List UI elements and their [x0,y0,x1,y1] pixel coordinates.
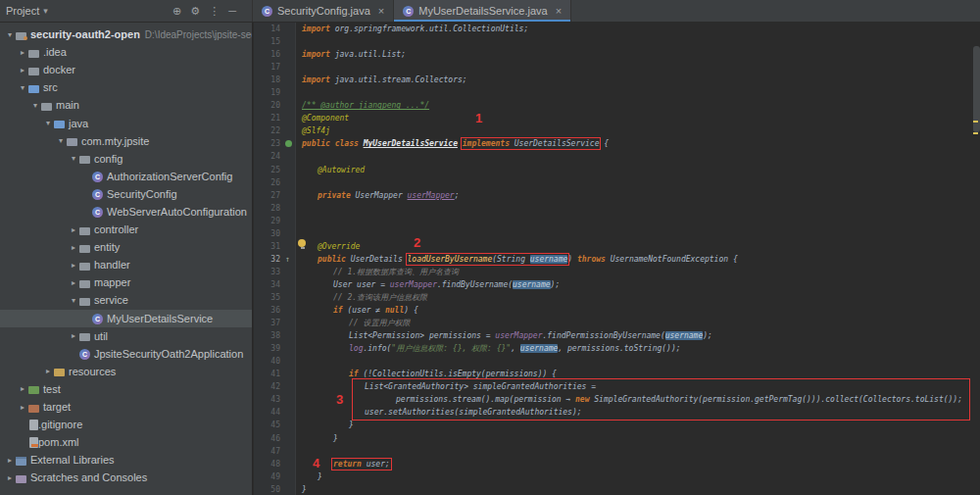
expand-arrow-icon[interactable]: ▸ [4,456,16,465]
gutter-line-number[interactable]: 21 [254,112,283,124]
gutter-line-number[interactable]: 22 [254,124,283,137]
gutter-line-number[interactable]: 40 [254,355,283,368]
gutter-line-number[interactable]: 31 [254,240,283,253]
override-marker-icon[interactable]: ↑ [283,253,296,266]
gutter-line-number[interactable]: 41 [254,368,283,380]
close-tab-icon[interactable]: × [556,5,562,17]
expand-arrow-icon[interactable]: ▸ [17,48,28,57]
code-line[interactable]: 22@Slf4j [254,124,980,137]
code-line[interactable]: 18import java.util.stream.Collectors; [254,74,980,86]
tab-myuserdetailsservice-java[interactable]: CMyUserDetailsService.java× [394,0,571,22]
code-line[interactable]: 48return user; [254,458,980,470]
gutter-line-number[interactable]: 27 [254,189,283,202]
chevron-down-icon[interactable]: ▾ [43,6,48,16]
expand-arrow-icon[interactable]: ▸ [17,384,28,393]
gutter-line-number[interactable]: 46 [254,432,283,445]
code-line[interactable]: 43permissions.stream().map(permission → … [254,393,980,406]
code-line[interactable]: 23public class MyUserDetailsService impl… [254,137,980,150]
expand-arrow-icon[interactable]: ▸ [42,367,54,375]
gutter-line-number[interactable]: 19 [254,86,283,99]
gutter-line-number[interactable]: 16 [254,48,283,61]
tree-item-docker[interactable]: ▸docker [0,61,252,78]
code-line[interactable]: 46} [254,432,980,445]
code-line[interactable]: 19 [254,86,980,99]
tab-securityconfig-java[interactable]: CSecurityConfig.java× [253,0,394,22]
gutter-line-number[interactable]: 33 [254,266,283,278]
gutter-line-number[interactable]: 39 [254,342,283,355]
gutter-line-number[interactable]: 36 [254,304,283,317]
editor[interactable]: 14import org.springframework.util.Collec… [254,23,980,495]
code-line[interactable]: 34User user = userMapper.findByUsername(… [254,278,980,291]
gutter-line-number[interactable]: 45 [254,419,283,431]
code-line[interactable]: 33// 1.根据数据库查询、用户名查询 [254,266,980,278]
gutter-line-number[interactable]: 37 [254,317,283,329]
gutter-line-number[interactable]: 20 [254,99,283,112]
tree-item-test[interactable]: ▸test [0,380,252,398]
code-line[interactable]: 42List<GrantedAuthority> simpleGrantedAu… [254,380,980,393]
gutter-line-number[interactable]: 38 [254,329,283,342]
code-line[interactable]: 31@Override [254,240,980,253]
tree-item-jpsitesecurityoath2application[interactable]: CJpsiteSecurityOath2Application [0,345,252,363]
code-line[interactable]: 30 [254,227,980,240]
tree-item-gitignore[interactable]: .gitignore [0,416,252,433]
code-line[interactable]: 45} [254,419,980,431]
tree-item-idea[interactable]: ▸.idea [0,43,252,61]
code-line[interactable]: 35// 2.查询该用户信息权限 [254,291,980,304]
expand-arrow-icon[interactable]: ▸ [68,225,79,234]
tree-item-service[interactable]: ▾service [0,291,252,309]
gutter-line-number[interactable]: 32 [254,253,283,266]
code-line[interactable]: 15 [254,35,980,48]
collapse-arrow-icon[interactable]: ▾ [42,119,54,127]
code-line[interactable]: 38List<Permission> permissions = userMap… [254,329,980,342]
code-line[interactable]: 50} [254,483,980,495]
gutter-line-number[interactable]: 23 [254,137,283,150]
code-line[interactable]: 41if (!CollectionUtils.isEmpty(permissio… [254,368,980,380]
code-line[interactable]: 26 [254,176,980,189]
gutter-line-number[interactable]: 43 [254,393,283,406]
code-line[interactable]: 14import org.springframework.util.Collec… [254,23,980,35]
gutter-line-number[interactable]: 24 [254,150,283,163]
tree-item-controller[interactable]: ▸controller [0,221,252,238]
collapse-arrow-icon[interactable]: ▾ [4,30,16,39]
tree-item-pom-xml[interactable]: pom.xml [0,433,252,451]
tree-item-config[interactable]: ▾config [0,150,252,168]
more-icon[interactable]: ⋮ [209,6,220,17]
close-tab-icon[interactable]: × [378,5,384,17]
tree-item-target[interactable]: ▸target [0,398,252,416]
code-line[interactable]: 37// 设置用户权限 [254,317,980,329]
gutter-line-number[interactable]: 28 [254,202,283,215]
code-line[interactable]: 21@Component [254,112,980,124]
collapse-arrow-icon[interactable]: ▾ [68,154,79,163]
code-line[interactable]: 36if (user ≠ null) { [254,304,980,317]
gutter-line-number[interactable]: 44 [254,406,283,419]
tree-item-entity[interactable]: ▸entity [0,238,252,256]
spring-bean-marker-icon[interactable] [283,137,296,150]
gutter-line-number[interactable]: 50 [254,483,283,495]
tree-item-scratches-and-consoles[interactable]: ▸Scratches and Consoles [0,469,252,486]
code-line[interactable]: 32↑public UserDetails loadUserByUsername… [254,253,980,266]
gutter-line-number[interactable]: 29 [254,215,283,227]
code-line[interactable]: 27private UserMapper userMapper; [254,189,980,202]
tree-item-external-libraries[interactable]: ▸External Libraries [0,451,252,469]
gutter-line-number[interactable]: 25 [254,164,283,176]
code-line[interactable]: 24 [254,150,980,163]
tree-item-webserverautoconfiguration[interactable]: CWebServerAutoConfiguration [0,203,252,221]
gutter-line-number[interactable]: 47 [254,445,283,458]
expand-arrow-icon[interactable]: ▸ [68,331,79,340]
gutter-line-number[interactable]: 18 [254,74,283,86]
collapse-arrow-icon[interactable]: ▾ [17,83,28,92]
expand-arrow-icon[interactable]: ▸ [17,403,28,412]
code-line[interactable]: 44user.setAuthorities(simpleGrantedAutho… [254,406,980,419]
tree-item-securityconfig[interactable]: CSecurityConfig [0,185,252,203]
gutter-line-number[interactable]: 17 [254,61,283,74]
gutter-line-number[interactable]: 15 [254,35,283,48]
tree-item-myuserdetailsservice[interactable]: CMyUserDetailsService [0,310,252,327]
code-line[interactable]: 17 [254,61,980,74]
tree-item-main[interactable]: ▾main [0,96,252,114]
collapse-arrow-icon[interactable]: ▾ [68,296,79,305]
tree-item-handler[interactable]: ▸handler [0,256,252,273]
collapse-arrow-icon[interactable]: ▾ [55,136,67,145]
expand-arrow-icon[interactable]: ▸ [68,278,79,287]
code-line[interactable]: 40 [254,355,980,368]
code-line[interactable]: 16import java.util.List; [254,48,980,61]
